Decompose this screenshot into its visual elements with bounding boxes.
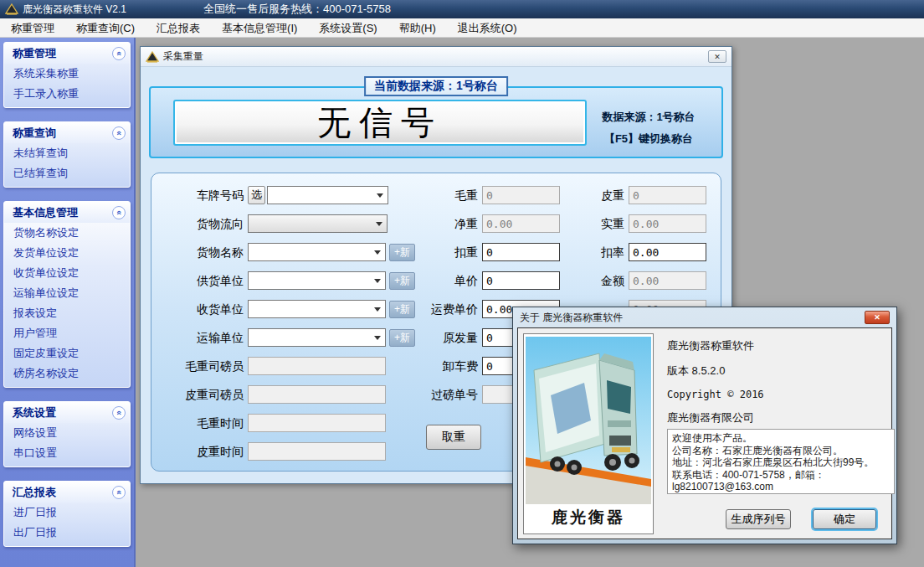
about-info: 鹿光衡器称重软件 版本 8.5.2.0 Copyright © 2016 鹿光衡…	[667, 338, 764, 436]
hotline-text: 全国统一售后服务热线：400-071-5758	[203, 2, 391, 17]
sidebar-item-outbound-daily[interactable]: 出厂日报	[4, 523, 130, 546]
deduct-weight-field[interactable]	[482, 243, 560, 261]
tare-time-row: 皮重时间	[160, 442, 415, 461]
deduct-rate-label: 扣率	[587, 243, 624, 261]
dropdown-arrow-icon	[374, 250, 381, 258]
gross-time-field	[248, 414, 386, 432]
goods-flow-row: 货物流向	[160, 214, 415, 233]
contact-line: 地址：河北省石家庄鹿泉区石柏北大街99号。	[672, 456, 890, 469]
goods-flow-combobox[interactable]	[248, 214, 388, 233]
net-weight-row: 净重	[403, 214, 560, 233]
sidebar-group-system: 系统设置 « 网络设置 串口设置	[3, 401, 131, 467]
unit-price-row: 单价	[403, 271, 560, 290]
sidebar-item-fixed-tare[interactable]: 固定皮重设定	[4, 343, 130, 363]
menu-basic-info[interactable]: 基本信息管理(I)	[211, 18, 308, 38]
contact-line: 欢迎使用本产品。	[672, 432, 890, 445]
supplier-combobox[interactable]	[248, 271, 386, 290]
about-dialog: 关于 鹿光衡器称重软件 ✕	[512, 307, 897, 544]
sidebar-item-inbound-daily[interactable]: 进厂日报	[4, 503, 130, 523]
plate-number-label: 车牌号码	[160, 186, 244, 204]
menu-system-settings[interactable]: 系统设置(S)	[308, 18, 388, 38]
gross-weight-label: 毛重	[403, 186, 478, 204]
contact-line: 公司名称：石家庄鹿光衡器有限公司。	[672, 445, 890, 457]
app-logo-icon	[5, 3, 18, 15]
sidebar-group-title: 称重管理	[13, 46, 56, 61]
deduct-rate-row: 扣率	[587, 243, 706, 261]
chevron-up-icon[interactable]: «	[112, 486, 126, 499]
sidebar-item-manual-entry[interactable]: 手工录入称重	[4, 84, 130, 107]
sidebar: 称重管理 « 系统采集称重 手工录入称重 称重查询 « 未结算查询 已结算查询 …	[0, 38, 136, 567]
goods-name-row: 货物名称 +新	[160, 243, 415, 261]
sidebar-item-serial-settings[interactable]: 串口设置	[4, 443, 130, 466]
sidebar-item-goods-name[interactable]: 货物名称设定	[4, 223, 130, 243]
goods-name-combobox[interactable]	[248, 243, 386, 261]
menu-exit[interactable]: 退出系统(O)	[447, 18, 528, 38]
chevron-up-icon[interactable]: «	[112, 47, 126, 60]
gross-time-row: 毛重时间	[160, 414, 415, 432]
actual-weight-row: 实重	[587, 214, 706, 233]
capture-window-title: 采集重量	[163, 49, 203, 64]
transport-row: 运输单位 +新	[160, 328, 415, 347]
sidebar-group-header[interactable]: 系统设置 «	[4, 402, 130, 423]
menu-help[interactable]: 帮助(H)	[388, 18, 447, 38]
menu-weighing[interactable]: 称重管理	[0, 18, 65, 38]
receiver-row: 收货单位 +新	[160, 300, 415, 318]
sidebar-group-header[interactable]: 称重查询 «	[4, 122, 130, 143]
gross-operator-label: 毛重司磅员	[160, 357, 244, 375]
amount-field	[629, 271, 706, 290]
gross-weight-row: 毛重	[403, 186, 560, 204]
about-company: 鹿光衡器有限公司	[667, 410, 764, 425]
dialog-close-button[interactable]: ✕	[865, 311, 890, 324]
amount-label: 金额	[587, 271, 624, 290]
chevron-up-icon[interactable]: «	[112, 206, 126, 219]
generate-serial-button[interactable]: 生成序列号	[726, 509, 791, 529]
gross-operator-field	[248, 357, 386, 375]
plate-select-button[interactable]: 选	[248, 186, 265, 204]
sidebar-group-title: 汇总报表	[13, 485, 56, 500]
goods-name-label: 货物名称	[160, 243, 244, 261]
sidebar-item-report-setting[interactable]: 报表设定	[4, 303, 130, 323]
menu-summary-report[interactable]: 汇总报表	[146, 18, 211, 38]
sidebar-group-header[interactable]: 汇总报表 «	[4, 482, 130, 503]
sidebar-item-scale-house-name[interactable]: 磅房名称设定	[4, 363, 130, 387]
sidebar-item-unsettled-query[interactable]: 未结算查询	[4, 143, 130, 163]
chevron-up-icon[interactable]: «	[112, 126, 126, 140]
original-qty-label: 原发量	[403, 328, 478, 347]
data-source-line: 数据来源：1号称台	[586, 106, 711, 128]
sidebar-item-transport-unit[interactable]: 运输单位设定	[4, 283, 130, 303]
chevron-up-icon[interactable]: «	[112, 406, 126, 420]
sidebar-item-receiver-unit[interactable]: 收货单位设定	[4, 263, 130, 283]
window-close-button[interactable]: ✕	[708, 50, 726, 63]
sidebar-item-system-capture[interactable]: 系统采集称重	[4, 64, 130, 84]
weight-display-panel: 无信号 数据来源：1号称台 【F5】键切换称台	[149, 86, 723, 158]
unit-price-field[interactable]	[482, 271, 560, 290]
tare-time-field	[248, 442, 386, 461]
data-source-info: 数据来源：1号称台 【F5】键切换称台	[586, 106, 711, 150]
take-weight-button[interactable]: 取重	[426, 425, 481, 450]
menu-weigh-query[interactable]: 称重查询(C)	[65, 18, 146, 38]
actual-weight-label: 实重	[587, 214, 624, 233]
sidebar-item-settled-query[interactable]: 已结算查询	[4, 163, 130, 187]
about-copyright: Copyright © 2016	[667, 389, 764, 400]
deduct-rate-field[interactable]	[629, 243, 706, 261]
tare-weight-label: 皮重	[587, 186, 624, 204]
actual-weight-field	[629, 214, 706, 233]
sidebar-group-header[interactable]: 称重管理 «	[4, 43, 130, 64]
about-dialog-titlebar: 关于 鹿光衡器称重软件 ✕	[513, 307, 896, 327]
about-app-name: 鹿光衡器称重软件	[667, 338, 764, 353]
about-dialog-title: 关于 鹿光衡器称重软件	[520, 311, 623, 325]
plate-number-combobox[interactable]	[267, 186, 388, 204]
ok-button[interactable]: 确定	[813, 509, 876, 529]
receiver-combobox[interactable]	[248, 300, 386, 318]
sidebar-item-user-management[interactable]: 用户管理	[4, 323, 130, 343]
transport-combobox[interactable]	[248, 328, 386, 347]
sidebar-item-network-settings[interactable]: 网络设置	[4, 423, 130, 443]
sidebar-item-sender-unit[interactable]: 发货单位设定	[4, 243, 130, 263]
gross-weight-field	[482, 186, 560, 204]
deduct-weight-row: 扣重	[403, 243, 560, 261]
data-source-legend: 当前数据来源：1号称台	[364, 76, 508, 96]
sidebar-group-header[interactable]: 基本信息管理 «	[4, 202, 130, 223]
sidebar-group-title: 系统设置	[13, 405, 56, 420]
gross-time-label: 毛重时间	[160, 414, 244, 432]
freight-price-label: 运费单价	[403, 300, 478, 318]
